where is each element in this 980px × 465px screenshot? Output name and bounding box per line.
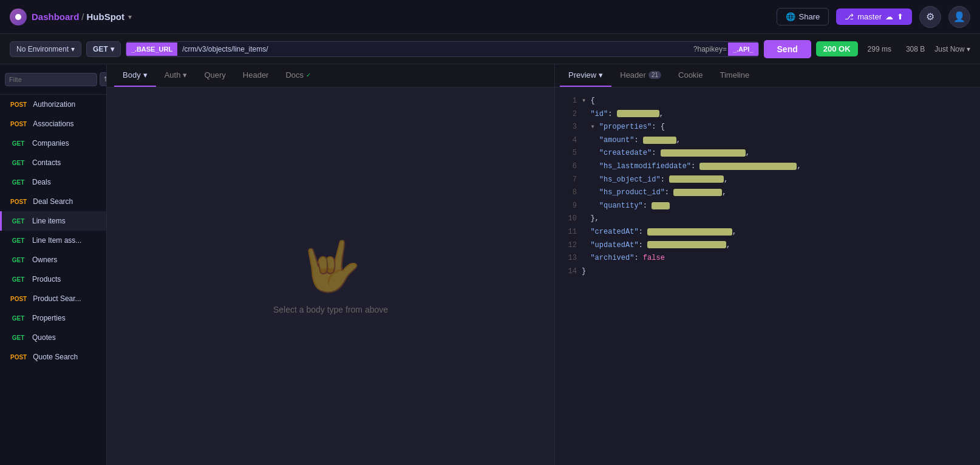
method-label: GET <box>93 45 108 53</box>
timestamp-label: Just Now ▾ <box>934 45 970 53</box>
logo <box>10 8 27 25</box>
method-badge: GET <box>8 217 29 225</box>
master-label: master <box>857 12 882 21</box>
master-button[interactable]: ⎇ master ☁ ⬆ <box>836 8 912 25</box>
breadcrumb-dashboard[interactable]: Dashboard <box>32 12 79 22</box>
sidebar-item-label: Companies <box>32 139 69 148</box>
sidebar-item-label: Line Item ass... <box>32 236 81 245</box>
chevron-down-icon[interactable]: ▾ <box>128 13 132 21</box>
url-hapikey-label: ?hapikey= <box>692 45 728 53</box>
sidebar-item-label: Deals <box>32 178 51 186</box>
sidebar-item-deal-search[interactable]: POSTDeal Search <box>0 192 106 211</box>
sidebar-item-products[interactable]: GETProducts <box>0 270 106 289</box>
breadcrumb-hubspot[interactable]: HubSpot <box>87 12 124 22</box>
topbar-left: Dashboard / HubSpot ▾ <box>10 8 132 25</box>
json-line: 3 ▾ "properties": { <box>565 121 970 134</box>
gear-icon: ⚙ <box>926 11 934 22</box>
body-panel: 🤟 Select a body type from above <box>107 87 554 465</box>
tab-header[interactable]: Header <box>234 64 277 87</box>
json-line: 5 "createdate": , <box>565 147 970 160</box>
environment-select[interactable]: No Environment ▾ <box>10 41 81 57</box>
api-key-tag[interactable]: _.API_ <box>728 42 758 56</box>
tab-preview[interactable]: Preview ▾ <box>560 64 611 87</box>
tab-auth[interactable]: Auth ▾ <box>156 64 196 87</box>
sidebar-item-label: Quotes <box>32 333 56 342</box>
method-badge: POST <box>8 295 29 303</box>
tab-body[interactable]: Body ▾ <box>114 64 156 87</box>
method-badge: POST <box>8 120 29 128</box>
sidebar-item-label: Line items <box>32 217 66 225</box>
sidebar-item-label: Products <box>32 275 61 283</box>
docs-check-icon: ✓ <box>306 72 311 78</box>
json-line: 12 "updatedAt": , <box>565 239 970 253</box>
topbar-right: 🌐 Share ⎇ master ☁ ⬆ ⚙ 👤 <box>777 6 970 28</box>
request-tab-bar: Body ▾ Auth ▾ Query Header Docs ✓ <box>107 64 554 87</box>
response-size: 308 B <box>901 42 930 56</box>
tab-response-header[interactable]: Header 21 <box>611 64 670 87</box>
method-select[interactable]: GET ▾ <box>86 41 121 57</box>
sidebar: ⇅ + ▾ POSTAuthorizationPOSTAssociationsG… <box>0 64 107 465</box>
header-count-badge: 21 <box>648 71 661 79</box>
sidebar-item-associations[interactable]: POSTAssociations <box>0 114 106 134</box>
status-badge: 200 OK <box>816 41 858 56</box>
user-avatar[interactable]: 👤 <box>948 6 970 28</box>
globe-icon: 🌐 <box>786 12 795 21</box>
sidebar-item-line-item-ass...[interactable]: GETLine Item ass... <box>0 231 106 250</box>
sidebar-item-label: Properties <box>32 314 66 322</box>
urlbar: No Environment ▾ GET ▾ _.BASE_URL ?hapik… <box>0 34 980 64</box>
sidebar-filter-row: ⇅ + ▾ <box>0 64 106 95</box>
sidebar-item-contacts[interactable]: GETContacts <box>0 153 106 172</box>
json-line: 11 "createdAt": , <box>565 226 970 239</box>
chevron-down-icon: ▾ <box>143 70 148 80</box>
content-area: Body ▾ Auth ▾ Query Header Docs ✓ 🤟 Sele… <box>107 64 980 465</box>
share-button[interactable]: 🌐 Share <box>777 8 829 25</box>
sort-button[interactable]: ⇅ <box>100 72 107 86</box>
sidebar-item-quotes[interactable]: GETQuotes <box>0 328 106 347</box>
method-badge: GET <box>8 276 29 283</box>
method-badge: GET <box>8 159 29 167</box>
json-line: 9 "quantity": <box>565 200 970 213</box>
sidebar-item-companies[interactable]: GETCompanies <box>0 134 106 153</box>
topbar: Dashboard / HubSpot ▾ 🌐 Share ⎇ master ☁… <box>0 0 980 34</box>
json-line: 6 "hs_lastmodifieddate": , <box>565 160 970 174</box>
logo-inner <box>15 14 21 20</box>
body-hint: Select a body type from above <box>273 305 388 314</box>
response-time: 299 ms <box>863 42 896 56</box>
sidebar-item-deals[interactable]: GETDeals <box>0 172 106 192</box>
sidebar-item-authorization[interactable]: POSTAuthorization <box>0 95 106 114</box>
tab-docs[interactable]: Docs ✓ <box>277 64 319 87</box>
sidebar-item-label: Authorization <box>33 100 75 109</box>
right-panel: Preview ▾ Header 21 Cookie Timeline 1▾ {… <box>555 64 980 465</box>
empty-state-icon: 🤟 <box>301 238 361 295</box>
chevron-down-icon: ▾ <box>111 45 114 53</box>
breadcrumb: Dashboard / HubSpot ▾ <box>32 12 132 22</box>
method-badge: GET <box>8 314 29 322</box>
sidebar-list: POSTAuthorizationPOSTAssociationsGETComp… <box>0 95 106 465</box>
json-line: 8 "hs_product_id": , <box>565 186 970 200</box>
sidebar-item-product-sear...[interactable]: POSTProduct Sear... <box>0 289 106 308</box>
sidebar-item-label: Deal Search <box>33 197 73 206</box>
json-line: 13 "archived": false <box>565 252 970 265</box>
sidebar-item-quote-search[interactable]: POSTQuote Search <box>0 347 106 367</box>
sidebar-item-properties[interactable]: GETProperties <box>0 308 106 328</box>
share-label: Share <box>799 12 820 21</box>
tab-timeline[interactable]: Timeline <box>711 64 758 87</box>
base-url-tag[interactable]: _.BASE_URL <box>126 42 177 56</box>
settings-button[interactable]: ⚙ <box>919 6 941 28</box>
tab-query[interactable]: Query <box>196 64 234 87</box>
sidebar-item-owners[interactable]: GETOwners <box>0 250 106 270</box>
url-input-wrap: _.BASE_URL ?hapikey= _.API_ <box>126 41 759 57</box>
chevron-down-icon: ▾ <box>183 70 187 80</box>
json-line: 4 "amount": , <box>565 134 970 148</box>
tab-cookie[interactable]: Cookie <box>670 64 711 87</box>
json-line: 2 "id": , <box>565 108 970 121</box>
send-button[interactable]: Send <box>764 40 811 58</box>
git-branch-icon: ⎇ <box>845 12 854 21</box>
filter-input[interactable] <box>5 73 97 86</box>
upload-icon: ⬆ <box>897 12 903 21</box>
json-line: 7 "hs_object_id": , <box>565 174 970 187</box>
method-badge: GET <box>8 334 29 342</box>
env-label: No Environment <box>16 45 69 53</box>
sidebar-item-line-items[interactable]: GETLine items <box>0 211 106 231</box>
url-path-input[interactable] <box>177 42 692 56</box>
